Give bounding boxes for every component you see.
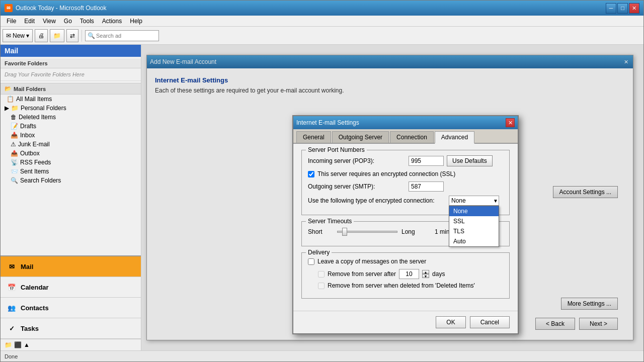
days-label: days xyxy=(432,270,445,278)
tab-advanced[interactable]: Advanced xyxy=(435,131,474,144)
title-bar: ✉ Outlook Today - Microsoft Outlook ─ □ … xyxy=(1,1,643,16)
days-input[interactable] xyxy=(399,269,419,279)
menu-help[interactable]: Help xyxy=(126,17,146,26)
tasks-nav-label: Tasks xyxy=(21,325,39,332)
print-button[interactable]: 🖨 xyxy=(35,29,48,42)
move-folder-button[interactable]: 📁 xyxy=(50,29,64,42)
nav-contacts[interactable]: 👥 Contacts xyxy=(1,298,141,318)
server-port-section: Server Port Numbers Incoming server (POP… xyxy=(301,150,510,215)
send-receive-icon: ⇄ xyxy=(70,32,75,39)
nav-tasks[interactable]: ✓ Tasks xyxy=(1,318,141,339)
tab-connection[interactable]: Connection xyxy=(390,131,434,143)
folder-icon: 📁 xyxy=(11,105,19,112)
email-settings-titlebar: Internet E-mail Settings ✕ xyxy=(293,116,518,129)
sent-icon: 📨 xyxy=(11,168,18,175)
search-folders-icon: 🔍 xyxy=(11,177,18,184)
search-input[interactable] xyxy=(96,33,156,39)
nav-calendar[interactable]: 📅 Calendar xyxy=(1,277,141,298)
all-mail-item[interactable]: 📋 All Mail Items xyxy=(1,95,141,104)
mail-nav-label: Mail xyxy=(21,263,33,270)
encrypt-dropdown-wrapper: None SSL TLS Auto ▼ None SSL xyxy=(449,196,499,206)
option-none[interactable]: None xyxy=(449,206,499,216)
toolbar-separator xyxy=(82,30,82,42)
shortcuts-icon[interactable]: ⬛ xyxy=(14,341,22,348)
slider-thumb[interactable] xyxy=(342,228,347,236)
deleted-items-folder[interactable]: 🗑 Deleted Items xyxy=(1,113,141,122)
toolbar: ✉ New ▾ 🖨 📁 ⇄ 🔍 xyxy=(1,27,643,45)
menu-view[interactable]: View xyxy=(39,17,60,26)
mail-folders-title: 📂 Mail Folders xyxy=(1,83,141,95)
folder-small-icon[interactable]: 📁 xyxy=(5,341,12,348)
menu-file[interactable]: File xyxy=(3,17,20,26)
close-window-button[interactable]: ✕ xyxy=(629,3,639,14)
send-receive-button[interactable]: ⇄ xyxy=(66,29,78,42)
days-down-button[interactable]: ▼ xyxy=(422,274,429,278)
all-mail-label: All Mail Items xyxy=(16,96,52,103)
inbox-icon: 📥 xyxy=(11,132,18,139)
new-icon: ✉ xyxy=(6,32,11,39)
new-button[interactable]: ✉ New ▾ xyxy=(3,29,33,42)
option-ssl[interactable]: SSL xyxy=(449,216,499,226)
inbox-folder[interactable]: 📥 Inbox xyxy=(1,131,141,140)
server-timeouts-title: Server Timeouts xyxy=(306,218,354,225)
search-folders-folder[interactable]: 🔍 Search Folders xyxy=(1,176,141,185)
remove-after-checkbox[interactable] xyxy=(318,271,325,278)
content-area: Add New E-mail Account ✕ Internet E-mail… xyxy=(141,45,643,350)
delivery-title: Delivery xyxy=(306,249,332,256)
menu-actions[interactable]: Actions xyxy=(98,17,126,26)
restore-button[interactable]: □ xyxy=(617,3,628,14)
minimize-button[interactable]: ─ xyxy=(606,3,616,14)
menu-tools[interactable]: Tools xyxy=(76,17,98,26)
calendar-nav-label: Calendar xyxy=(21,284,49,291)
ssl-checkbox-row: This server requires an encrypted connec… xyxy=(308,170,503,177)
use-defaults-button[interactable]: Use Defaults xyxy=(447,155,493,166)
chevron-up-icon[interactable]: ▲ xyxy=(24,341,30,348)
menu-bar: File Edit View Go Tools Actions Help xyxy=(1,16,643,27)
sidebar: Mail Favorite Folders Drag Your Favorite… xyxy=(1,45,141,350)
days-up-button[interactable]: ▲ xyxy=(422,270,429,274)
short-label: Short xyxy=(308,228,333,235)
leave-copy-checkbox[interactable] xyxy=(308,258,314,265)
tab-outgoing-server[interactable]: Outgoing Server xyxy=(332,131,389,143)
rss-label: RSS Feeds xyxy=(20,159,51,166)
status-text: Done xyxy=(5,353,18,359)
ssl-checkbox[interactable] xyxy=(308,171,314,177)
mail-nav-icon: ✉ xyxy=(7,261,17,272)
incoming-server-input[interactable] xyxy=(409,156,444,166)
email-settings-dialog: Internet E-mail Settings ✕ General Outgo… xyxy=(292,115,519,334)
drafts-folder[interactable]: 📝 Drafts xyxy=(1,122,141,131)
cancel-button[interactable]: Cancel xyxy=(470,316,510,328)
rss-feeds-folder[interactable]: 📡 RSS Feeds xyxy=(1,158,141,167)
search-box: 🔍 xyxy=(85,30,159,41)
days-spinner: ▲ ▼ xyxy=(422,270,429,278)
ok-button[interactable]: OK xyxy=(436,316,465,328)
personal-folders-item[interactable]: ▶ 📁 Personal Folders xyxy=(1,104,141,113)
junk-email-folder[interactable]: ⚠ Junk E-mail xyxy=(1,140,141,149)
all-mail-icon: 📋 xyxy=(7,96,14,103)
encrypt-dropdown[interactable]: None SSL TLS Auto xyxy=(449,196,499,206)
junk-label: Junk E-mail xyxy=(18,141,50,148)
delivery-section: Delivery Leave a copy of messages on the… xyxy=(301,252,510,299)
email-settings-footer: OK Cancel xyxy=(293,311,518,333)
option-tls[interactable]: TLS xyxy=(449,226,499,236)
outbox-icon: 📤 xyxy=(11,150,18,157)
favorite-folders-section: Favorite Folders Drag Your Favorite Fold… xyxy=(1,57,141,83)
tasks-nav-icon: ✓ xyxy=(7,323,17,333)
nav-mail[interactable]: ✉ Mail xyxy=(1,256,141,277)
tab-general[interactable]: General xyxy=(296,131,331,143)
sent-items-folder[interactable]: 📨 Sent Items xyxy=(1,167,141,176)
option-auto[interactable]: Auto xyxy=(449,236,499,246)
deleted-items-label: Deleted Items xyxy=(19,114,56,121)
incoming-server-row: Incoming server (POP3): Use Defaults xyxy=(308,155,503,166)
mail-folders-label: Mail Folders xyxy=(14,86,46,92)
menu-edit[interactable]: Edit xyxy=(20,17,39,26)
outbox-folder[interactable]: 📤 Outbox xyxy=(1,149,141,158)
remove-deleted-checkbox[interactable] xyxy=(318,283,325,289)
outlook-icon: ✉ xyxy=(5,4,13,12)
menu-go[interactable]: Go xyxy=(60,17,76,26)
outgoing-server-input[interactable] xyxy=(409,182,444,192)
sidebar-mail-header: Mail xyxy=(1,45,141,57)
nav-buttons: ✉ Mail 📅 Calendar 👥 Contacts ✓ Tasks 📁 xyxy=(1,255,141,350)
nav-bottom-icons: 📁 ⬛ ▲ xyxy=(1,339,141,350)
email-settings-close-button[interactable]: ✕ xyxy=(506,118,515,127)
